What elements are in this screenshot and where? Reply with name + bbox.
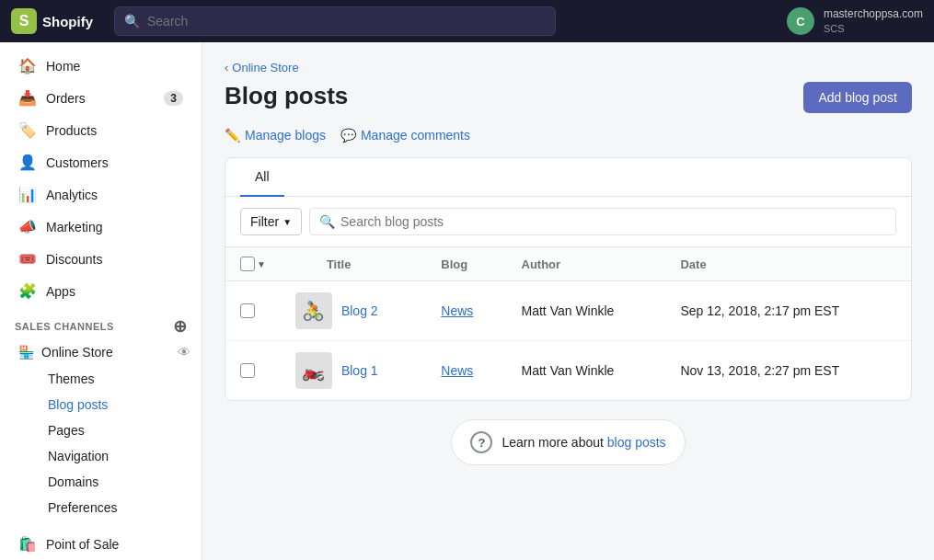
help-icon: ? [470,431,492,453]
sidebar-item-analytics[interactable]: 📊 Analytics [4,178,198,211]
blog-posts-link[interactable]: blog posts [607,435,666,450]
table-row: 🚴 Blog 2 News Matt Van Winkle Sep 12, 20… [225,281,911,341]
logo[interactable]: S shopify [11,8,103,34]
post-thumbnail: 🚴 [295,292,332,329]
th-author: Author [507,247,666,281]
th-title: Title [281,247,426,281]
th-date: Date [665,247,911,281]
filter-row: Filter ▼ 🔍 [225,197,911,247]
post-title-link[interactable]: Blog 1 [341,363,378,378]
sub-actions: ✏️ Manage blogs 💬 Manage comments [225,128,912,143]
store-name: masterchoppsa.com [824,7,923,22]
store-info: masterchoppsa.com SCS [824,7,923,35]
pos-label: Point of Sale [46,537,119,552]
sidebar-sub-item-blog-posts[interactable]: Blog posts [40,392,194,417]
breadcrumb-label: Online Store [232,61,298,74]
online-store-icon: 🏪 [18,345,34,360]
sidebar-item-label: Apps [46,284,75,299]
search-bar[interactable]: 🔍 [114,6,556,36]
sidebar-sub-item-domains[interactable]: Domains [40,469,194,495]
tabs: All [225,158,911,197]
post-date: Nov 13, 2018, 2:27 pm EST [680,363,839,378]
post-title-link[interactable]: Blog 2 [341,303,378,318]
row-date-cell: Nov 13, 2018, 2:27 pm EST [665,341,911,401]
sidebar-item-customers[interactable]: 👤 Customers [4,146,198,178]
blog-name-link[interactable]: News [441,363,473,378]
manage-comments-link[interactable]: 💬 Manage comments [340,128,470,143]
filter-button[interactable]: Filter ▼ [240,208,302,235]
sidebar-sub-item-pages[interactable]: Pages [40,417,194,443]
sidebar-item-marketing[interactable]: 📣 Marketing [4,211,198,243]
pos-icon: 🛍️ [18,535,37,553]
breadcrumb-chevron: ‹ [225,61,228,74]
learn-more-box: ? Learn more about blog posts [225,401,912,484]
layout: 🏠 Home 📥 Orders 3 🏷️ Products 👤 Customer… [0,42,934,560]
select-all-checkbox[interactable] [240,257,255,271]
pages-label: Pages [48,423,85,438]
sidebar-item-online-store[interactable]: 🏪 Online Store 👁 [4,338,198,366]
orders-badge: 3 [164,91,183,106]
breadcrumb[interactable]: ‹ Online Store [225,61,912,74]
sidebar-sub-item-themes[interactable]: Themes [40,366,194,392]
apps-icon: 🧩 [18,282,37,300]
filter-label: Filter [250,214,279,229]
navigation-label: Navigation [48,449,109,463]
sidebar-sub-item-preferences[interactable]: Preferences [40,495,194,520]
post-thumbnail: 🏍️ [295,352,332,389]
row-blog-cell: News [426,341,506,401]
sidebar-item-label: Analytics [46,188,98,202]
sidebar-item-label: Products [46,123,97,138]
logo-icon: S [11,8,37,34]
analytics-icon: 📊 [18,186,37,203]
manage-comments-icon: 💬 [340,128,356,143]
marketing-icon: 📣 [18,218,37,235]
blog-posts-card: All Filter ▼ 🔍 [225,157,912,401]
logo-text: shopify [42,14,93,29]
page-title: Blog posts [225,82,348,110]
sidebar-item-label: Orders [46,91,86,106]
products-icon: 🏷️ [18,121,37,139]
store-code: SCS [824,22,923,35]
filter-dropdown-icon: ▼ [283,217,292,227]
row-checkbox[interactable] [240,303,255,318]
row-blog-cell: News [426,281,506,341]
sidebar-sub-item-navigation[interactable]: Navigation [40,443,194,469]
blog-posts-label: Blog posts [48,397,108,412]
row-title-cell: 🏍️ Blog 1 [281,341,426,401]
orders-icon: 📥 [18,89,37,107]
home-icon: 🏠 [18,57,37,74]
avatar[interactable]: C [787,7,814,35]
sidebar-item-label: Customers [46,155,109,170]
row-date-cell: Sep 12, 2018, 2:17 pm EST [665,281,911,341]
search-blog-posts-input[interactable] [340,214,886,229]
sidebar-item-point-of-sale[interactable]: 🛍️ Point of Sale [4,528,198,560]
discounts-icon: 🎟️ [18,250,37,268]
blog-name-link[interactable]: News [441,303,473,318]
eye-icon[interactable]: 👁 [178,345,190,360]
add-sales-channel-button[interactable]: ⊕ [173,318,188,335]
sidebar-item-orders[interactable]: 📥 Orders 3 [4,82,198,114]
sidebar-item-products[interactable]: 🏷️ Products [4,114,198,146]
domains-label: Domains [48,474,98,489]
learn-more-pill: ? Learn more about blog posts [451,419,685,465]
sidebar-item-discounts[interactable]: 🎟️ Discounts [4,243,198,275]
search-input[interactable] [147,14,546,29]
sidebar-item-apps[interactable]: 🧩 Apps [4,275,198,307]
tab-all[interactable]: All [240,158,284,197]
blog-posts-table: ▼ Title Blog Author Date [225,247,911,400]
row-checkbox-cell [225,341,281,401]
preferences-label: Preferences [48,500,117,515]
sidebar-item-label: Home [46,59,80,74]
add-blog-post-button[interactable]: Add blog post [803,82,912,113]
table-row: 🏍️ Blog 1 News Matt Van Winkle Nov 13, 2… [225,341,911,401]
row-checkbox[interactable] [240,363,255,378]
row-author-cell: Matt Van Winkle [507,341,666,401]
sidebar-item-home[interactable]: 🏠 Home [4,50,198,82]
search-blog-posts-wrap: 🔍 [309,208,896,235]
manage-blogs-icon: ✏️ [225,128,240,143]
checkbox-dropdown-arrow[interactable]: ▼ [257,259,266,269]
manage-blogs-link[interactable]: ✏️ Manage blogs [225,128,326,143]
sidebar-item-label: Discounts [46,252,102,267]
top-navigation: S shopify 🔍 C masterchoppsa.com SCS [0,0,934,42]
th-blog: Blog [426,247,506,281]
